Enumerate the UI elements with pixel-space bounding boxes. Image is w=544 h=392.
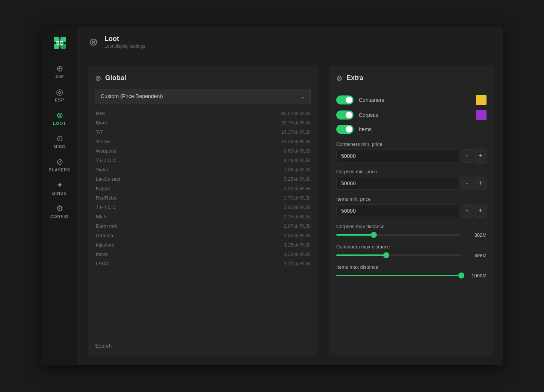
list-item[interactable]: Gamma 1.85kk RUB: [95, 231, 311, 240]
corpses-toggle-row: Corpses: [336, 110, 487, 120]
corpses-price-label: Corpses min. price: [336, 169, 487, 174]
app-logo[interactable]: SG: [48, 32, 71, 54]
corpses-price-decrease[interactable]: -: [461, 177, 473, 190]
corpses-distance-section: Corpses max distance 302M: [336, 224, 487, 238]
dropdown-value: Custom (Price Dependent): [101, 93, 163, 99]
global-icon: ⊗: [95, 74, 101, 83]
items-distance-section: Items max distance 1000M: [336, 264, 487, 278]
list-item[interactable]: T-7 15.37kk RUB: [95, 127, 311, 137]
toggles-section: Containers Corpses Items: [336, 95, 487, 134]
sidebar-label-binds: BINDS: [52, 191, 67, 195]
sidebar-item-esp[interactable]: ◎ ESP: [41, 83, 78, 107]
list-item[interactable]: T H I C C 3.10kk RUB: [95, 203, 311, 212]
corpses-slider-fill: [336, 234, 374, 236]
items-label: Items: [359, 126, 487, 132]
esp-icon: ◎: [56, 88, 63, 96]
extra-icon: ⊗: [336, 74, 343, 83]
items-price-label: Items min. price: [336, 196, 487, 202]
list-item[interactable]: Items 1.23kk RUB: [95, 250, 311, 259]
containers-slider-track: [336, 254, 461, 256]
config-icon: ⚙: [56, 204, 63, 213]
items-price-input[interactable]: [336, 204, 459, 217]
sidebar-label-loot: LOOT: [53, 121, 66, 126]
header-text-block: Loot Loot display settings: [104, 35, 145, 49]
sidebar-label-players: PLAYERS: [49, 168, 71, 172]
extra-panel-title: Extra: [346, 74, 363, 82]
sidebar-item-binds[interactable]: ✦ BINDS: [41, 177, 78, 200]
preset-dropdown[interactable]: Custom (Price Dependent) ⌄: [95, 89, 311, 104]
page-title: Loot: [104, 35, 145, 43]
page-subtitle: Loot display settings: [104, 44, 145, 49]
extra-panel: ⊗ Extra Containers Corpses: [329, 66, 494, 356]
items-toggle[interactable]: [336, 125, 354, 134]
items-price-decrease[interactable]: -: [461, 204, 473, 218]
list-item[interactable]: RedRebel 3.73kk RUB: [95, 193, 311, 203]
global-panel: ⊗ Global Custom (Price Dependent) ⌄ Red …: [88, 66, 318, 356]
dropdown-arrow-icon: ⌄: [300, 93, 305, 100]
containers-price-label: Containers min. price: [336, 141, 487, 147]
containers-distance-slider-row: 398M: [336, 253, 487, 258]
corpses-price-increase[interactable]: +: [474, 177, 487, 190]
corpses-label: Corpses: [359, 112, 471, 118]
items-price-input-row: - +: [336, 204, 487, 218]
containers-price-decrease[interactable]: -: [461, 149, 473, 163]
containers-label: Containers: [359, 97, 471, 103]
items-price-increase[interactable]: +: [474, 204, 487, 218]
binds-icon: ✦: [56, 181, 63, 189]
corpses-slider-thumb[interactable]: [371, 232, 377, 238]
items-min-price-section: Items min. price - +: [336, 196, 487, 218]
list-item[interactable]: Mk.5 2.25kk RUB: [95, 212, 311, 221]
containers-slider-thumb[interactable]: [383, 252, 389, 258]
list-item[interactable]: LEDX 1.20kk RUB: [95, 259, 311, 268]
list-item[interactable]: Black 28.75kk RUB: [95, 118, 311, 127]
players-icon: ⊘: [56, 158, 63, 166]
extra-panel-header: ⊗ Extra: [336, 74, 487, 83]
header-loot-icon: ⊗: [89, 36, 98, 48]
search-label: Search: [95, 343, 112, 349]
containers-distance-value: 398M: [466, 253, 487, 258]
items-distance-value: 1000M: [466, 273, 487, 278]
list-item[interactable]: Red 93.67kk RUB: [95, 109, 311, 118]
svg-text:SG: SG: [56, 40, 63, 46]
sidebar-item-config[interactable]: ⚙ CONFIG: [41, 200, 78, 223]
containers-price-input[interactable]: [336, 150, 459, 162]
corpses-price-input-row: - +: [336, 177, 487, 190]
items-slider-thumb[interactable]: [458, 272, 464, 278]
list-item[interactable]: Weapons 8.69kk RUB: [95, 146, 311, 156]
corpses-slider-track: [336, 234, 461, 236]
global-panel-header: ⊗ Global: [95, 74, 311, 83]
sidebar-item-players[interactable]: ⊘ PLAYERS: [41, 153, 78, 177]
corpses-distance-slider-row: 302M: [336, 232, 487, 238]
main-content: ⊗ Loot Loot display settings ⊗ Global Cu…: [79, 27, 503, 365]
search-area[interactable]: Search: [95, 339, 311, 349]
containers-toggle-row: Containers: [336, 95, 487, 105]
page-header: ⊗ Loot Loot display settings: [79, 27, 503, 57]
list-item[interactable]: Yellow 13.59kk RUB: [95, 137, 311, 146]
containers-price-increase[interactable]: +: [474, 149, 487, 163]
list-item[interactable]: Dorm mrk. 2.07kk RUB: [95, 221, 311, 231]
sidebar-item-misc[interactable]: ⊙ MISC: [41, 130, 78, 153]
containers-toggle[interactable]: [336, 95, 354, 104]
list-item[interactable]: Kappa 4.90kk RUB: [95, 184, 311, 193]
items-toggle-row: Items: [336, 125, 487, 134]
list-item[interactable]: Injectors 1.25kk RUB: [95, 240, 311, 250]
loot-icon: ⊗: [56, 111, 63, 120]
containers-distance-section: Containers max distance 398M: [336, 244, 487, 258]
items-distance-slider-row: 1000M: [336, 273, 487, 278]
sidebar-item-aim[interactable]: ⊕ AIM: [41, 60, 78, 83]
containers-color-swatch[interactable]: [476, 95, 487, 105]
containers-min-price-section: Containers min. price - +: [336, 141, 487, 163]
list-item[interactable]: T H I C C 8.48kk RUB: [95, 156, 311, 165]
sidebar-label-config: CONFIG: [50, 214, 69, 219]
corpses-price-input[interactable]: [336, 177, 459, 190]
containers-distance-label: Containers max distance: [336, 244, 487, 250]
list-item[interactable]: Violet 7.66kk RUB: [95, 165, 311, 174]
sidebar-label-misc: MISC: [54, 144, 66, 149]
items-list: Red 93.67kk RUB Black 28.75kk RUB T-7 15…: [95, 109, 311, 334]
app-window: SG ⊕ AIM ◎ ESP ⊗ LOOT ⊙ MISC ⊘ PLAYERS ✦…: [41, 27, 503, 365]
corpses-toggle[interactable]: [336, 110, 354, 120]
list-item[interactable]: LexOs sect. 5.25kk RUB: [95, 174, 311, 184]
corpses-distance-value: 302M: [466, 232, 487, 238]
corpses-color-swatch[interactable]: [476, 110, 487, 120]
sidebar-item-loot[interactable]: ⊗ LOOT: [41, 107, 78, 130]
